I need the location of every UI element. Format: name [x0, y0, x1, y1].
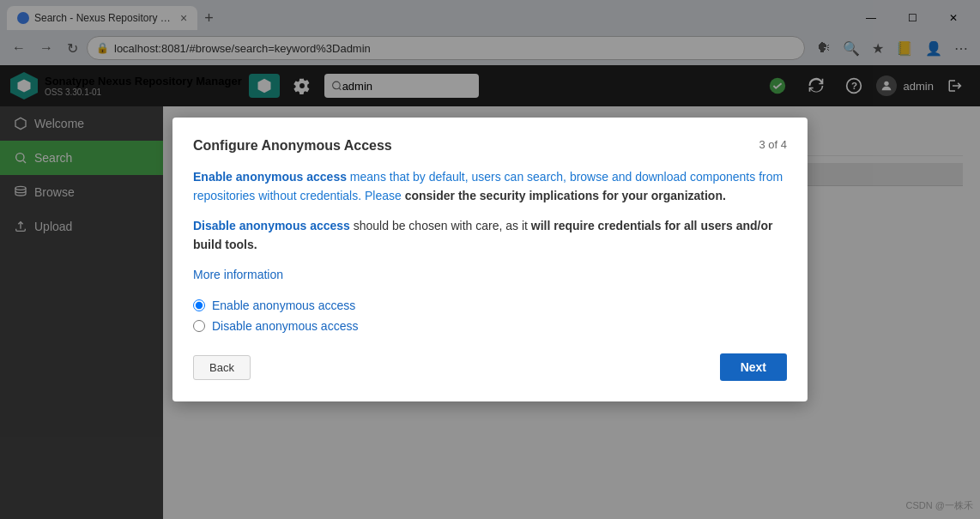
para1-end: consider the security implications for y… — [405, 189, 726, 202]
para1-enable: Enable anonymous access — [193, 170, 347, 184]
more-info-link[interactable]: More information — [193, 268, 283, 281]
dialog-body: Enable anonymous access means that by de… — [193, 167, 787, 255]
dialog-footer: Back Next — [193, 353, 787, 381]
next-button[interactable]: Next — [720, 353, 787, 381]
dialog-title: Configure Anonymous Access — [193, 138, 392, 154]
para2: Disable anonymous access should be chose… — [193, 216, 787, 255]
para2-disable: Disable anonymous access — [193, 219, 350, 232]
para2-middle: should be chosen with care, as it — [350, 219, 531, 232]
back-button[interactable]: Back — [193, 355, 251, 380]
enable-radio-label: Enable anonymous access — [212, 299, 355, 312]
para1: Enable anonymous access means that by de… — [193, 167, 787, 206]
configure-anonymous-access-dialog: Configure Anonymous Access 3 of 4 Enable… — [172, 118, 808, 402]
dialog-step: 3 of 4 — [759, 138, 787, 151]
disable-radio-input[interactable] — [193, 320, 205, 332]
radio-group: Enable anonymous access Disable anonymou… — [193, 299, 787, 333]
disable-anonymous-radio[interactable]: Disable anonymous access — [193, 319, 787, 333]
enable-radio-input[interactable] — [193, 299, 205, 311]
enable-anonymous-radio[interactable]: Enable anonymous access — [193, 299, 787, 312]
watermark: CSDN @一株禾 — [906, 499, 973, 512]
dialog-header: Configure Anonymous Access 3 of 4 — [193, 138, 787, 154]
dialog-overlay: Configure Anonymous Access 3 of 4 Enable… — [0, 0, 980, 519]
disable-radio-label: Disable anonymous access — [212, 319, 358, 333]
